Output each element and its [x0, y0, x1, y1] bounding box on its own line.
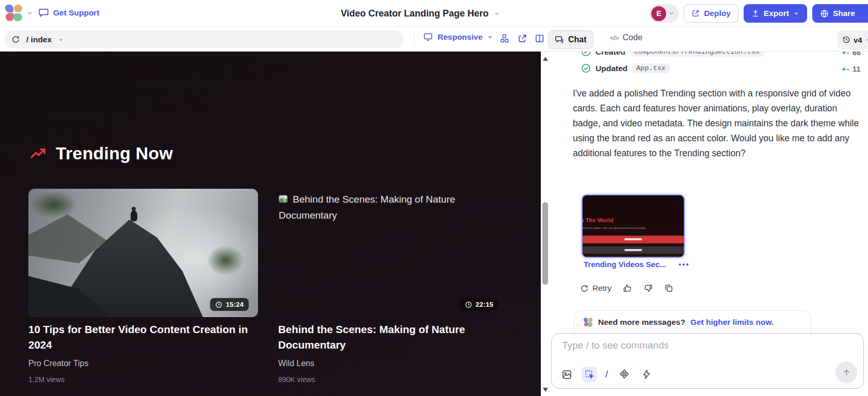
assistant-message: I've added a polished Trending section w…	[573, 86, 860, 161]
file-change-updated[interactable]: Updated App.tsx +-11	[581, 63, 670, 73]
file-name: components/TrendingSection.tsx	[630, 52, 764, 57]
image-icon	[561, 369, 572, 380]
code-tab-label: Code	[623, 33, 642, 42]
diamonds-icon	[619, 369, 630, 380]
video-title[interactable]: 10 Tips for Better Video Content Creatio…	[28, 322, 255, 353]
chevron-down-icon	[494, 10, 501, 17]
video-card-2-thumbnail[interactable]: Behind the Scenes: Making of Nature Docu…	[278, 189, 508, 317]
retry-button[interactable]: Retry	[580, 284, 612, 293]
site-preview: Trending Now 15:24 10 Tips for Better Vi…	[0, 52, 541, 396]
video-card-1-thumbnail[interactable]: 15:24	[28, 189, 258, 317]
scroll-down-arrow[interactable]	[543, 388, 548, 392]
export-button[interactable]: Export	[744, 4, 807, 23]
refresh-icon[interactable]	[11, 35, 20, 44]
chat-bubble-icon	[38, 7, 49, 18]
check-circle-icon	[581, 52, 591, 57]
get-support-label: Get Support	[53, 8, 100, 18]
trending-up-icon	[30, 146, 47, 161]
mini-dark-button	[582, 246, 684, 254]
address-bar[interactable]: / index	[4, 30, 404, 48]
scroll-up-arrow[interactable]	[543, 57, 548, 61]
scrollbar-thumb[interactable]	[542, 202, 548, 285]
version-history-dropdown[interactable]: v4	[837, 30, 868, 49]
video-channel: Pro Creator Tips	[28, 359, 88, 368]
trending-section-title: Trending Now	[56, 143, 173, 163]
broken-image-alt-text: Behind the Scenes: Making of Nature Docu…	[279, 191, 495, 223]
check-circle-icon	[581, 63, 591, 73]
integrations-button[interactable]	[616, 367, 632, 382]
chat-scrollbar	[541, 52, 550, 396]
divider	[543, 33, 544, 45]
thumbs-down-button[interactable]	[644, 284, 653, 293]
share-button[interactable]: Share	[812, 4, 868, 23]
avatar: E	[651, 6, 666, 21]
preview-toolbar: / index Responsive	[0, 27, 868, 52]
chat-input[interactable]	[562, 340, 841, 360]
duration-badge: 15:24	[210, 298, 249, 311]
account-menu[interactable]: E	[649, 4, 679, 23]
mini-heading: h The World	[582, 217, 613, 223]
globe-icon	[820, 9, 829, 18]
chat-bubble-icon	[555, 35, 564, 44]
app-logo-icon	[584, 318, 593, 327]
composer-tools: /	[559, 367, 654, 382]
thumbs-up-button[interactable]	[623, 284, 632, 293]
selection-cursor-icon	[584, 369, 595, 380]
version-label: v4	[854, 36, 862, 44]
app-logo-icon	[5, 4, 23, 22]
chat-tab-label: Chat	[568, 35, 587, 44]
workspace-menu[interactable]	[5, 4, 33, 22]
clock-icon	[215, 301, 222, 308]
mini-red-button	[582, 236, 684, 243]
attach-image-button[interactable]	[559, 367, 574, 382]
file-change-created[interactable]: Created components/TrendingSection.tsx +…	[581, 52, 764, 57]
responsive-mode-dropdown[interactable]: Responsive	[423, 32, 493, 42]
trending-section-header: Trending Now	[30, 143, 173, 163]
file-name: App.tsx	[632, 63, 670, 73]
retry-icon	[580, 284, 589, 293]
tab-code[interactable]: </> Code	[610, 33, 642, 42]
code-icon: </>	[610, 34, 619, 42]
responsive-label: Responsive	[438, 32, 483, 42]
send-button[interactable]	[835, 361, 857, 383]
upload-icon	[751, 9, 760, 18]
photographer-silhouette	[131, 210, 137, 221]
arrow-up-icon	[842, 368, 851, 377]
diff-count: +-66	[842, 52, 861, 57]
divider	[414, 33, 414, 45]
generation-label-row: Trending Videos Sec... •••	[584, 260, 690, 269]
deploy-button[interactable]: Deploy	[684, 4, 738, 23]
monitor-icon	[423, 32, 433, 42]
chevron-down-icon[interactable]	[58, 37, 64, 43]
select-element-button[interactable]	[582, 367, 597, 382]
project-title-menu[interactable]: Video Creator Landing Page Hero	[310, 0, 532, 27]
upgrade-notice: Need more messages? Get higher limits no…	[574, 310, 811, 334]
open-in-new-icon[interactable]	[518, 34, 527, 43]
video-channel: Wild Lens	[278, 359, 314, 368]
chevron-down-icon	[865, 37, 868, 43]
project-title: Video Creator Landing Page Hero	[341, 8, 489, 19]
chevron-down-icon	[668, 10, 674, 16]
generation-title[interactable]: Trending Videos Sec...	[584, 260, 666, 269]
generation-preview-thumbnail[interactable]: h The World around the globe. Join our g…	[582, 194, 685, 258]
deploy-label: Deploy	[704, 9, 731, 18]
broken-image-icon	[279, 195, 289, 204]
diff-count: +-11	[842, 64, 861, 73]
more-options-icon[interactable]: •••	[679, 260, 690, 269]
copy-button[interactable]	[664, 284, 673, 293]
lightning-icon	[641, 369, 652, 380]
chat-panel: Created components/TrendingSection.tsx +…	[550, 52, 868, 396]
quick-actions-button[interactable]	[639, 367, 654, 382]
history-icon	[842, 36, 850, 44]
components-icon[interactable]	[500, 34, 509, 43]
video-views: 1.2M views	[28, 375, 65, 384]
tab-chat[interactable]: Chat	[548, 30, 593, 49]
video-title[interactable]: Behind the Scenes: Making of Nature Docu…	[278, 322, 505, 353]
route-path: / index	[26, 35, 52, 44]
message-actions: Retry	[580, 284, 673, 293]
get-support-link[interactable]: Get Support	[38, 7, 100, 18]
export-label: Export	[764, 9, 789, 18]
clock-icon	[465, 301, 472, 308]
higher-limits-link[interactable]: Get higher limits now.	[690, 318, 774, 327]
slash-command-button[interactable]: /	[604, 369, 609, 380]
